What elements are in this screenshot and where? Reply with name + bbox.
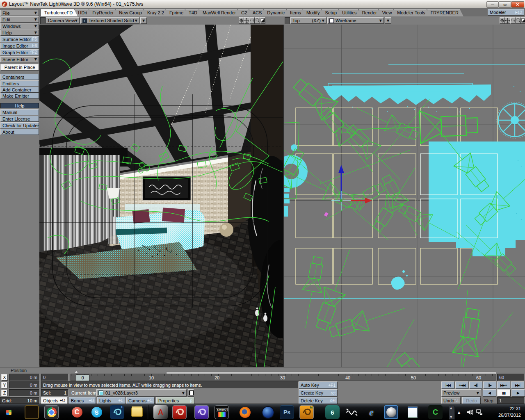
current-frame-field[interactable]: 0	[41, 374, 68, 381]
tab-fryrender[interactable]: FryRender	[89, 9, 119, 16]
enter-license-button[interactable]: Enter License	[0, 116, 39, 122]
z-position-field[interactable]: 0 m	[9, 389, 39, 397]
menu-edit[interactable]: Edit▼	[0, 16, 39, 23]
manual-button[interactable]: Manual	[0, 109, 39, 115]
taskbar-icon-photoshop[interactable]: Ps	[280, 405, 294, 419]
step-back-button[interactable]: ◀||	[469, 381, 482, 389]
volume-icon[interactable]	[466, 409, 473, 416]
taskbar-icon-camtasia[interactable]: 6	[325, 405, 340, 419]
y-position-field[interactable]: 0 m	[9, 381, 39, 389]
tab-setup[interactable]: Setup	[322, 9, 342, 16]
tray-expand-icon[interactable]: ▲	[458, 411, 460, 414]
rotate-view-icon[interactable]	[510, 17, 516, 24]
camera-viewport[interactable]	[39, 25, 283, 367]
taskbar-icon-lightwave-layout[interactable]: L	[110, 405, 124, 419]
taskbar-icon-explorer[interactable]	[130, 405, 144, 419]
objects-button[interactable]: Objects+O	[41, 397, 67, 404]
image-editor-button[interactable]: Image EditorF6	[0, 43, 39, 49]
undo-button[interactable]: Undo^Z	[441, 397, 461, 404]
step-forward-button[interactable]: ||▶	[483, 381, 496, 389]
taskbar-icon-firefox[interactable]	[238, 405, 252, 419]
zoom-view-icon[interactable]	[516, 17, 521, 24]
current-frame-handle[interactable]: 0	[76, 374, 89, 381]
check-for-updates-button[interactable]: Check for Updates	[0, 122, 39, 128]
tab-dynamic[interactable]: Dynamic	[264, 9, 290, 16]
delete-key-button[interactable]: Delete Keydel	[299, 397, 338, 404]
add-container-button[interactable]: Add Container	[0, 87, 39, 93]
x-position-field[interactable]: 0 m	[9, 374, 39, 381]
cameras-button[interactable]: Cameras+C	[126, 397, 155, 404]
preview-dropdown[interactable]: Preview▼	[441, 389, 481, 397]
tab-maxwell[interactable]: MaxWell Render	[199, 9, 241, 16]
prev-key-button[interactable]: +◀◀	[455, 381, 468, 389]
taskbar-scroll-buttons[interactable]: ▲ ▼	[449, 406, 455, 420]
start-button[interactable]	[2, 405, 16, 419]
menu-help[interactable]: Help▼	[0, 30, 39, 36]
taskbar-icon-lightwave-modeler-purple[interactable]	[194, 405, 209, 419]
viewport-menu-left[interactable]	[40, 17, 46, 24]
tab-new-group[interactable]: New Group	[116, 9, 147, 16]
title-bar[interactable]: Layout™ NewTek LightWave 3D ® 9.6 (Win64…	[0, 0, 525, 9]
tab-items[interactable]: Items	[287, 9, 306, 16]
left-viewport-options-dropdown[interactable]: ▼	[140, 17, 147, 24]
taskbar-icon-media-player[interactable]	[261, 405, 275, 419]
y-axis-button[interactable]: Y	[1, 382, 8, 388]
taskbar-icon-chrome[interactable]	[44, 405, 59, 419]
top-viewport[interactable]	[284, 25, 525, 367]
tab-utilities[interactable]: Utilities	[339, 9, 361, 16]
containers-button[interactable]: Containers	[0, 74, 39, 80]
taskbar-icon-autocad[interactable]: A	[153, 405, 168, 419]
taskbar-clock[interactable]: 22:31 26/07/2012	[488, 405, 521, 418]
tab-kray[interactable]: Kray 2.2	[144, 9, 169, 16]
taskbar-icon-worley[interactable]	[345, 405, 359, 419]
taskbar-icon-lightwave-modeler[interactable]: M	[299, 405, 314, 419]
scene-editor-button[interactable]: Scene Editor▼	[0, 56, 39, 62]
pan-view-icon[interactable]	[505, 17, 510, 24]
taskbar-icon-ccleaner[interactable]: C	[70, 405, 84, 419]
taskbar-icon-skype[interactable]: S	[89, 405, 104, 419]
item-list-button[interactable]	[188, 389, 194, 397]
taskbar-icon-active-app[interactable]	[384, 405, 398, 419]
surface-editor-button[interactable]: Surface EditorF5	[0, 36, 39, 42]
auto-key-button[interactable]: Auto Key+F1	[299, 381, 338, 389]
left-shade-mode-dropdown[interactable]: T Textured Shaded Solid▼	[80, 17, 139, 24]
menu-windows[interactable]: Windows▼	[0, 23, 39, 29]
pan-view-icon[interactable]	[244, 17, 249, 24]
center-item-icon[interactable]	[239, 17, 244, 24]
next-key-button[interactable]: ▶▶+	[497, 381, 510, 389]
go-to-end-button[interactable]: ▶▶|	[511, 381, 524, 389]
redo-button[interactable]: Redo	[462, 397, 481, 404]
z-axis-button[interactable]: Z	[1, 390, 8, 396]
graph-editor-button[interactable]: Graph Editor^F2	[0, 49, 39, 55]
current-item-dropdown[interactable]: 01_v028:Layer3▼	[96, 389, 187, 397]
tab-fprime[interactable]: Fprime	[166, 9, 188, 16]
play-forward-button[interactable]: ▶	[511, 389, 525, 397]
right-shade-mode-dropdown[interactable]: Wireframe▼	[327, 17, 384, 24]
close-button[interactable]: ×	[511, 1, 524, 8]
modeler-button[interactable]: Modeler F12	[488, 9, 524, 16]
timeline[interactable]: 10 20 30 40 50 60 0	[71, 374, 495, 381]
make-emitter-button[interactable]: Make Emitter	[0, 93, 39, 99]
pause-button[interactable]: ▮▮	[497, 389, 511, 397]
taskbar-icon-lightwave-red[interactable]	[172, 405, 187, 419]
parent-in-place-button[interactable]: Parent in Place	[0, 64, 39, 71]
lights-button[interactable]: Lights+L	[97, 397, 125, 404]
play-reverse-button[interactable]: ◀	[483, 389, 496, 397]
rotate-view-icon[interactable]	[249, 17, 255, 24]
right-viewport-options-dropdown[interactable]: ▼	[385, 17, 391, 24]
maximize-button[interactable]: ▭	[499, 1, 511, 8]
properties-button[interactable]: Propertiesp	[156, 397, 194, 404]
viewport-menu-right[interactable]	[285, 17, 290, 24]
bones-button[interactable]: Bones+B	[69, 397, 96, 404]
taskbar-icon-bittorrent[interactable]: C	[428, 405, 443, 419]
zoom-view-icon[interactable]	[255, 17, 260, 24]
grid-size-field[interactable]: Grid:10 m	[0, 397, 39, 404]
emitters-button[interactable]: Emitters	[0, 80, 39, 87]
end-frame-field[interactable]: 60	[497, 374, 524, 381]
network-icon[interactable]	[476, 409, 483, 416]
create-key-button[interactable]: Create Keyret	[299, 389, 338, 397]
maximize-viewport-icon[interactable]	[521, 17, 525, 24]
right-view-type-dropdown[interactable]: Top (XZ) ▼	[290, 17, 326, 24]
taskbar-icon-notepad[interactable]	[405, 405, 420, 419]
tab-modeler-tools[interactable]: Modeler Tools	[394, 9, 430, 16]
